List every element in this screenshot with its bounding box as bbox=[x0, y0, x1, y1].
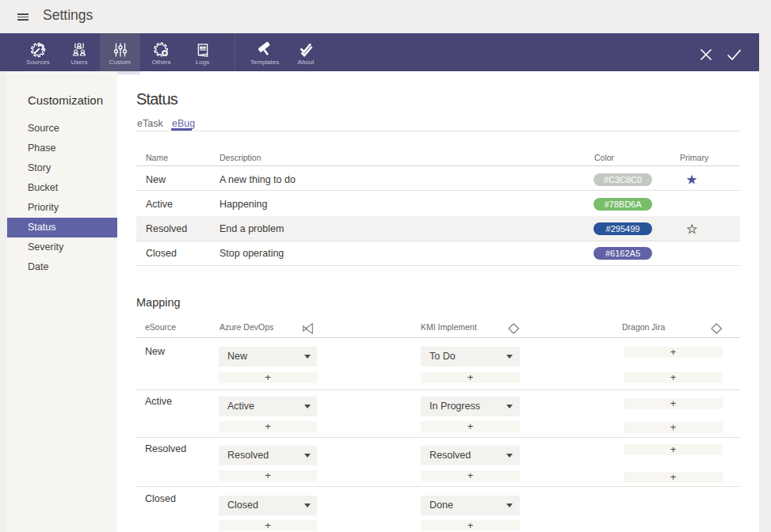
svg-text:LOG: LOG bbox=[199, 46, 206, 50]
